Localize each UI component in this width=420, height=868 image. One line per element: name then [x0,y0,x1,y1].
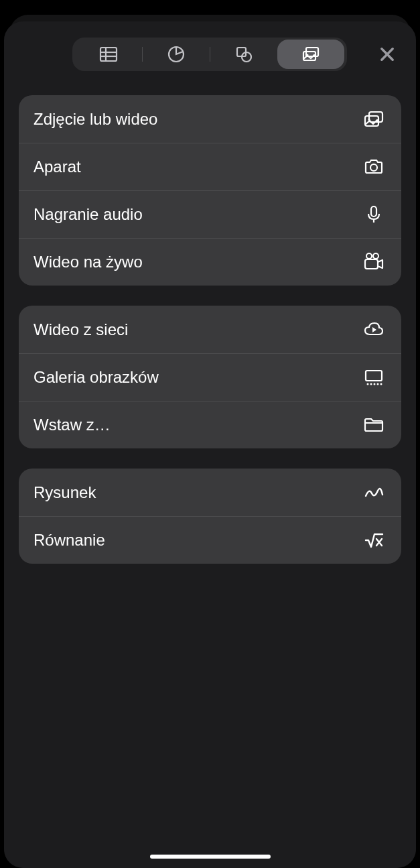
svg-point-21 [370,383,372,385]
row-label: Wideo na żywo [33,253,143,271]
row-label: Nagranie audio [33,205,143,224]
segment-shapes[interactable] [210,40,277,69]
row-drawing[interactable]: Rysunek [19,469,401,516]
segment-tables[interactable] [75,40,142,69]
svg-rect-19 [366,371,382,381]
cloud-play-icon [361,317,387,343]
row-label: Aparat [33,158,81,176]
row-label: Zdjęcie lub wideo [33,110,157,129]
microphone-icon [361,202,387,227]
photo-video-icon [361,107,387,132]
row-photo-or-video[interactable]: Zdjęcie lub wideo [19,95,401,143]
row-insert-from[interactable]: Wstaw z… [19,401,401,448]
svg-point-22 [374,383,376,385]
folder-icon [361,412,387,438]
gallery-icon [361,365,387,390]
row-image-gallery[interactable]: Galeria obrazków [19,353,401,401]
row-web-video[interactable]: Wideo z sieci [19,306,401,353]
insert-segmented-control[interactable] [72,38,347,71]
svg-point-17 [373,253,378,259]
row-label: Rysunek [33,483,96,502]
row-label: Wideo z sieci [33,320,128,339]
svg-point-20 [367,383,369,385]
row-live-video[interactable]: Wideo na żywo [19,238,401,286]
media-group-2: Wideo z sieci Galeria obrazków Wstaw z… [19,306,401,448]
row-label: Galeria obrazków [33,368,159,387]
svg-rect-14 [371,206,376,216]
row-audio-recording[interactable]: Nagranie audio [19,190,401,238]
scribble-icon [361,480,387,505]
row-label: Równanie [33,531,105,550]
segment-media[interactable] [277,40,344,69]
svg-rect-0 [100,48,117,61]
segment-charts[interactable] [143,40,210,69]
home-indicator[interactable] [150,855,271,859]
equation-icon [361,528,387,553]
svg-point-13 [370,164,377,171]
svg-point-16 [366,253,372,259]
svg-point-24 [380,383,382,385]
svg-point-23 [377,383,379,385]
row-label: Wstaw z… [33,416,111,434]
svg-rect-18 [365,259,378,269]
media-group-1: Zdjęcie lub wideo Aparat Nagranie audio … [19,95,401,286]
media-group-3: Rysunek Równanie [19,469,401,564]
row-equation[interactable]: Równanie [19,516,401,564]
video-camera-icon [361,249,387,275]
row-camera[interactable]: Aparat [19,143,401,190]
camera-icon [361,154,387,180]
close-button[interactable] [373,40,401,68]
